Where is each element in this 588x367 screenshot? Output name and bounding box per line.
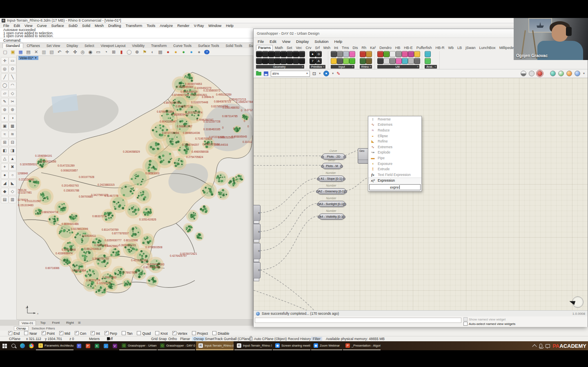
gh-tab-pufferfish[interactable]: Pufferfish xyxy=(415,45,434,50)
panel-tab-osnap[interactable]: Osnap xyxy=(14,326,29,331)
show-named-view-row[interactable]: Show named view widget xyxy=(463,317,506,321)
gh-tab-srf[interactable]: Srf xyxy=(314,45,322,50)
gh-tab-hb-e[interactable]: HB-E xyxy=(402,45,414,50)
gh-tab-jswan[interactable]: jSwan xyxy=(464,45,477,50)
viewport-tab-veiw-01[interactable]: Veiw-01 xyxy=(19,320,36,325)
gh-edge-node-0[interactable]: n xyxy=(254,205,261,221)
rhino-toolbar-tab-standard[interactable]: Standard xyxy=(2,43,23,48)
component-icon[interactable] xyxy=(268,58,274,64)
component-icon[interactable] xyxy=(337,51,343,57)
osnap-checkbox-disable[interactable] xyxy=(212,331,216,335)
gh-tab-dis[interactable]: Dis xyxy=(351,45,360,50)
sidebar-tool-icon-22[interactable]: ◧ xyxy=(1,147,9,154)
menu-item-pipe[interactable]: ▬Pipe xyxy=(368,155,421,161)
gh-tab-math[interactable]: Math xyxy=(273,45,285,50)
gh-menu-edit[interactable]: Edit xyxy=(270,39,276,44)
menu-item-text-field-expression[interactable]: fxText Field Expression xyxy=(368,172,421,178)
sidebar-tool-icon-18[interactable]: ≈ xyxy=(1,131,9,138)
component-icon[interactable] xyxy=(377,51,383,57)
sidebar-tool-icon-34[interactable]: ▤ xyxy=(1,196,9,203)
gh-tab-dendro[interactable]: Dendro xyxy=(378,45,393,50)
show-named-view-checkbox[interactable] xyxy=(463,317,468,321)
component-icon[interactable] xyxy=(331,58,337,64)
taskbar-window-input-terrain-rhino-8-[interactable]: RInput-Terrain_Rhino-8... xyxy=(196,341,234,350)
menu-item-extremes[interactable]: ∿Extremes xyxy=(368,144,421,150)
sidebar-tool-icon-26[interactable]: + xyxy=(1,163,9,171)
sidebar-tool-icon-29[interactable]: ○ xyxy=(9,171,16,179)
preview-eye-icon[interactable] xyxy=(323,71,329,76)
menu-item-expression[interactable]: x|²Expression xyxy=(368,178,421,184)
gh-node-a2-greenery-0-1-[interactable]: A2 - Greenery [0-1] xyxy=(317,188,346,194)
osnap-checkbox-knot[interactable] xyxy=(155,331,159,335)
rhino-toolbar-icon-0[interactable]: ▢ xyxy=(2,49,8,55)
osnap-checkbox-near[interactable] xyxy=(24,331,28,335)
component-icon[interactable] xyxy=(425,51,431,57)
rhino-toolbar-icon-15[interactable]: ▮ xyxy=(119,49,124,55)
component-icon[interactable] xyxy=(366,58,372,64)
sidebar-tool-icon-12[interactable]: ⊚ xyxy=(1,106,9,113)
component-icon[interactable] xyxy=(337,58,343,64)
component-icon[interactable] xyxy=(360,51,366,57)
rhino-toolbar-tab-viewport-layout[interactable]: Viewport Layout xyxy=(98,43,129,48)
component-icon[interactable] xyxy=(274,58,281,64)
taskbar-search-icon[interactable] xyxy=(9,341,18,350)
rhino-menu-edit[interactable]: Edit xyxy=(14,24,20,28)
component-icon[interactable] xyxy=(281,58,287,64)
gh-tab-lunchbox[interactable]: LunchBox xyxy=(478,45,497,50)
gh-menu-view[interactable]: View xyxy=(282,39,290,44)
status-item-filter[interactable]: Filter xyxy=(311,337,322,341)
auto-select-named-view-row[interactable]: Auto-select named view widgets xyxy=(463,322,515,326)
component-icon[interactable] xyxy=(360,58,366,64)
taskbar-window-screen-sharing-meeti-[interactable]: ◉Screen sharing meeti... xyxy=(273,341,310,350)
menu-item-extrude[interactable]: ↥Extrude xyxy=(368,166,421,172)
component-icon[interactable] xyxy=(383,58,390,64)
gh-node-a1-slope-0-1-[interactable]: A1 - Slope [0-1] xyxy=(318,176,344,182)
osnap-option-end[interactable]: End xyxy=(8,331,20,336)
menu-item-explode[interactable]: ↝Explode xyxy=(368,150,421,156)
sidebar-tool-icon-24[interactable]: △ xyxy=(1,155,9,162)
osnap-checkbox-end[interactable] xyxy=(8,331,12,335)
palette-group-label[interactable]: Input+ xyxy=(331,65,354,69)
panel-tab-selection-filters[interactable]: Selection Filters xyxy=(32,327,55,330)
component-icon[interactable] xyxy=(281,51,287,57)
taskbar-app-icon-3[interactable]: ♪ xyxy=(101,341,110,350)
component-icon[interactable] xyxy=(256,51,262,57)
sidebar-tool-icon-7[interactable]: ◠ xyxy=(9,82,16,89)
status-item-cplane[interactable]: CPlane xyxy=(9,337,20,341)
osnap-option-point[interactable]: Point xyxy=(42,331,55,336)
rhino-viewport[interactable]: Veiw-01* ▼ 0.46089746530.96365855840.100… xyxy=(16,56,253,320)
rhino-menu-transform[interactable]: Transform xyxy=(126,24,143,28)
zoom-level-select[interactable]: 85% ▼ xyxy=(271,71,310,77)
status-item-record-history[interactable]: Record History xyxy=(288,337,311,341)
palette-group-label[interactable]: Primitive+ xyxy=(310,65,325,69)
taskbar-app-icon-2[interactable]: X xyxy=(92,341,101,350)
component-icon[interactable] xyxy=(274,51,281,57)
sidebar-tool-icon-17[interactable]: ▦ xyxy=(9,122,16,130)
rhino-toolbar-tab-curve-tools[interactable]: Curve Tools xyxy=(170,43,194,48)
gh-tab-lb[interactable]: LB xyxy=(456,45,463,50)
component-icon[interactable] xyxy=(408,58,414,64)
gh-tab-hb-r[interactable]: HB-R xyxy=(434,45,446,50)
viewport-tab-right[interactable]: Right xyxy=(64,320,76,325)
gh-menu-file[interactable]: File xyxy=(258,39,264,44)
sidebar-tool-icon-5[interactable]: ╲ xyxy=(9,73,16,81)
osnap-option-int[interactable]: Int xyxy=(91,331,100,336)
component-icon[interactable] xyxy=(414,58,420,64)
gh-tab-millipede[interactable]: Millipede xyxy=(498,45,516,50)
auto-select-checkbox[interactable] xyxy=(463,322,468,326)
osnap-option-disable[interactable]: Disable xyxy=(212,331,229,336)
sidebar-tool-icon-31[interactable]: ◣ xyxy=(9,180,16,187)
osnap-checkbox-mid[interactable] xyxy=(59,331,63,335)
tray-chevron-icon[interactable] xyxy=(532,344,537,349)
osnap-option-quad[interactable]: Quad xyxy=(137,331,151,336)
rhino-toolbar-icon-13[interactable]: ◔ xyxy=(103,49,109,54)
component-icon[interactable] xyxy=(366,51,372,57)
display-orange-icon[interactable] xyxy=(566,71,572,76)
rhino-toolbar-tab-solid-tools[interactable]: Solid Tools xyxy=(223,43,245,48)
display-halfsphere-icon[interactable] xyxy=(521,71,526,76)
menu-item-reduce[interactable]: ≈Reduce xyxy=(368,127,421,133)
gh-tab-params[interactable]: Params xyxy=(256,45,273,50)
gh-menu-solution[interactable]: Solution xyxy=(314,39,328,44)
rhino-toolbar-icon-14[interactable]: ⊞ xyxy=(111,49,116,55)
rhino-toolbar-icon-10[interactable]: ◎ xyxy=(80,49,85,55)
